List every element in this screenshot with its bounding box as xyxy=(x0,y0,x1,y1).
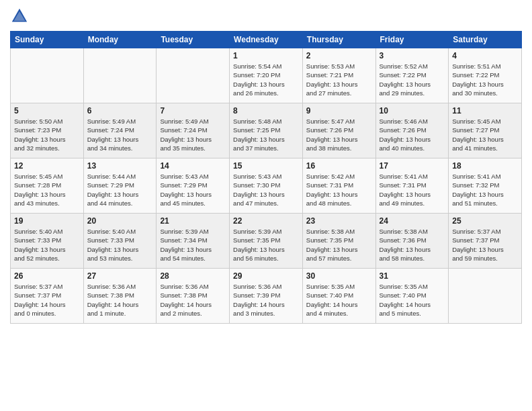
day-number: 23 xyxy=(306,216,372,226)
day-number: 8 xyxy=(233,106,299,116)
day-info: Sunrise: 5:53 AM Sunset: 7:21 PM Dayligh… xyxy=(306,62,372,97)
calendar-cell: 20Sunrise: 5:40 AM Sunset: 7:33 PM Dayli… xyxy=(83,214,157,269)
day-number: 28 xyxy=(160,271,226,281)
day-number: 25 xyxy=(452,216,518,226)
day-info: Sunrise: 5:50 AM Sunset: 7:23 PM Dayligh… xyxy=(14,117,80,152)
calendar-week-row: 12Sunrise: 5:45 AM Sunset: 7:28 PM Dayli… xyxy=(11,158,522,214)
calendar-cell: 30Sunrise: 5:35 AM Sunset: 7:40 PM Dayli… xyxy=(302,269,375,324)
day-number: 31 xyxy=(380,271,445,281)
calendar-week-row: 1Sunrise: 5:54 AM Sunset: 7:20 PM Daylig… xyxy=(11,48,522,103)
day-info: Sunrise: 5:47 AM Sunset: 7:26 PM Dayligh… xyxy=(306,117,372,152)
calendar-cell: 28Sunrise: 5:36 AM Sunset: 7:38 PM Dayli… xyxy=(157,269,230,324)
calendar-cell: 1Sunrise: 5:54 AM Sunset: 7:20 PM Daylig… xyxy=(230,48,303,103)
header xyxy=(10,7,522,26)
day-number: 7 xyxy=(160,106,226,116)
day-info: Sunrise: 5:41 AM Sunset: 7:32 PM Dayligh… xyxy=(452,172,518,208)
calendar-cell: 5Sunrise: 5:50 AM Sunset: 7:23 PM Daylig… xyxy=(11,103,84,158)
day-number: 11 xyxy=(452,106,518,116)
day-number: 22 xyxy=(233,216,299,226)
day-info: Sunrise: 5:45 AM Sunset: 7:27 PM Dayligh… xyxy=(452,117,518,152)
day-number: 15 xyxy=(233,161,299,171)
calendar-table: SundayMondayTuesdayWednesdayThursdayFrid… xyxy=(10,31,522,324)
day-info: Sunrise: 5:42 AM Sunset: 7:31 PM Dayligh… xyxy=(306,172,372,208)
calendar-cell xyxy=(83,48,157,103)
calendar-cell: 22Sunrise: 5:39 AM Sunset: 7:35 PM Dayli… xyxy=(230,214,303,269)
day-info: Sunrise: 5:37 AM Sunset: 7:37 PM Dayligh… xyxy=(452,227,518,263)
day-number: 27 xyxy=(87,271,153,281)
calendar-cell: 21Sunrise: 5:39 AM Sunset: 7:34 PM Dayli… xyxy=(157,214,230,269)
day-number: 6 xyxy=(87,106,153,116)
weekday-header-tuesday: Tuesday xyxy=(157,32,230,48)
calendar-cell: 8Sunrise: 5:48 AM Sunset: 7:25 PM Daylig… xyxy=(230,103,303,158)
calendar-week-row: 19Sunrise: 5:40 AM Sunset: 7:33 PM Dayli… xyxy=(11,214,522,269)
calendar-cell: 29Sunrise: 5:36 AM Sunset: 7:39 PM Dayli… xyxy=(230,269,303,324)
weekday-header-monday: Monday xyxy=(83,32,157,48)
calendar-header: SundayMondayTuesdayWednesdayThursdayFrid… xyxy=(11,32,522,48)
day-info: Sunrise: 5:36 AM Sunset: 7:38 PM Dayligh… xyxy=(87,282,153,318)
weekday-header-wednesday: Wednesday xyxy=(230,32,303,48)
calendar-cell: 10Sunrise: 5:46 AM Sunset: 7:26 PM Dayli… xyxy=(375,103,449,158)
day-info: Sunrise: 5:37 AM Sunset: 7:37 PM Dayligh… xyxy=(14,282,80,318)
page-container: SundayMondayTuesdayWednesdayThursdayFrid… xyxy=(0,0,532,411)
calendar-week-row: 26Sunrise: 5:37 AM Sunset: 7:37 PM Dayli… xyxy=(11,269,522,324)
day-info: Sunrise: 5:40 AM Sunset: 7:33 PM Dayligh… xyxy=(14,227,80,263)
day-info: Sunrise: 5:48 AM Sunset: 7:25 PM Dayligh… xyxy=(233,117,299,152)
calendar-week-row: 5Sunrise: 5:50 AM Sunset: 7:23 PM Daylig… xyxy=(11,103,522,158)
day-info: Sunrise: 5:44 AM Sunset: 7:29 PM Dayligh… xyxy=(87,172,153,208)
day-number: 30 xyxy=(306,271,372,281)
day-info: Sunrise: 5:35 AM Sunset: 7:40 PM Dayligh… xyxy=(306,282,372,318)
calendar-cell: 24Sunrise: 5:38 AM Sunset: 7:36 PM Dayli… xyxy=(375,214,449,269)
day-number: 19 xyxy=(14,216,80,226)
weekday-header-sunday: Sunday xyxy=(11,32,84,48)
day-info: Sunrise: 5:39 AM Sunset: 7:34 PM Dayligh… xyxy=(160,227,226,263)
calendar-cell: 14Sunrise: 5:43 AM Sunset: 7:29 PM Dayli… xyxy=(157,158,230,214)
day-info: Sunrise: 5:41 AM Sunset: 7:31 PM Dayligh… xyxy=(380,172,445,208)
calendar-cell xyxy=(157,48,230,103)
calendar-cell: 15Sunrise: 5:43 AM Sunset: 7:30 PM Dayli… xyxy=(230,158,303,214)
calendar-cell: 9Sunrise: 5:47 AM Sunset: 7:26 PM Daylig… xyxy=(302,103,375,158)
day-number: 18 xyxy=(452,161,518,171)
day-info: Sunrise: 5:38 AM Sunset: 7:35 PM Dayligh… xyxy=(306,227,372,263)
day-number: 9 xyxy=(306,106,372,116)
calendar-cell xyxy=(11,48,84,103)
day-info: Sunrise: 5:46 AM Sunset: 7:26 PM Dayligh… xyxy=(380,117,445,152)
day-number: 20 xyxy=(87,216,153,226)
day-number: 16 xyxy=(306,161,372,171)
day-number: 24 xyxy=(380,216,445,226)
day-number: 29 xyxy=(233,271,299,281)
calendar-cell: 12Sunrise: 5:45 AM Sunset: 7:28 PM Dayli… xyxy=(11,158,84,214)
day-number: 5 xyxy=(14,106,80,116)
day-info: Sunrise: 5:43 AM Sunset: 7:29 PM Dayligh… xyxy=(160,172,226,208)
day-info: Sunrise: 5:38 AM Sunset: 7:36 PM Dayligh… xyxy=(380,227,445,263)
calendar-cell: 31Sunrise: 5:35 AM Sunset: 7:40 PM Dayli… xyxy=(375,269,449,324)
day-number: 26 xyxy=(14,271,80,281)
day-number: 17 xyxy=(380,161,445,171)
day-number: 1 xyxy=(233,51,299,60)
calendar-cell: 19Sunrise: 5:40 AM Sunset: 7:33 PM Dayli… xyxy=(11,214,84,269)
day-number: 21 xyxy=(160,216,226,226)
day-info: Sunrise: 5:45 AM Sunset: 7:28 PM Dayligh… xyxy=(14,172,80,208)
day-number: 2 xyxy=(306,51,372,60)
weekday-header-row: SundayMondayTuesdayWednesdayThursdayFrid… xyxy=(11,32,522,48)
day-number: 4 xyxy=(452,51,518,60)
day-info: Sunrise: 5:49 AM Sunset: 7:24 PM Dayligh… xyxy=(160,117,226,152)
calendar-cell: 17Sunrise: 5:41 AM Sunset: 7:31 PM Dayli… xyxy=(375,158,449,214)
calendar-body: 1Sunrise: 5:54 AM Sunset: 7:20 PM Daylig… xyxy=(11,48,522,324)
day-number: 10 xyxy=(380,106,445,116)
day-info: Sunrise: 5:52 AM Sunset: 7:22 PM Dayligh… xyxy=(380,62,445,97)
day-info: Sunrise: 5:36 AM Sunset: 7:38 PM Dayligh… xyxy=(160,282,226,318)
day-number: 14 xyxy=(160,161,226,171)
calendar-cell: 2Sunrise: 5:53 AM Sunset: 7:21 PM Daylig… xyxy=(302,48,375,103)
calendar-cell: 4Sunrise: 5:51 AM Sunset: 7:22 PM Daylig… xyxy=(449,48,522,103)
calendar-cell: 18Sunrise: 5:41 AM Sunset: 7:32 PM Dayli… xyxy=(449,158,522,214)
day-info: Sunrise: 5:36 AM Sunset: 7:39 PM Dayligh… xyxy=(233,282,299,318)
logo-icon xyxy=(10,7,29,26)
day-info: Sunrise: 5:40 AM Sunset: 7:33 PM Dayligh… xyxy=(87,227,153,263)
day-number: 13 xyxy=(87,161,153,171)
calendar-cell: 27Sunrise: 5:36 AM Sunset: 7:38 PM Dayli… xyxy=(83,269,157,324)
weekday-header-thursday: Thursday xyxy=(302,32,375,48)
day-info: Sunrise: 5:43 AM Sunset: 7:30 PM Dayligh… xyxy=(233,172,299,208)
calendar-cell: 3Sunrise: 5:52 AM Sunset: 7:22 PM Daylig… xyxy=(375,48,449,103)
day-number: 12 xyxy=(14,161,80,171)
day-info: Sunrise: 5:54 AM Sunset: 7:20 PM Dayligh… xyxy=(233,62,299,97)
